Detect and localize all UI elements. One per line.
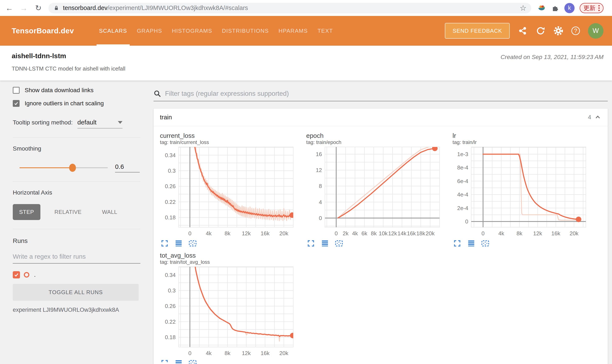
chart-title: epoch <box>306 132 442 139</box>
tab-histograms[interactable]: HISTOGRAMS <box>172 16 212 46</box>
expand-icon[interactable] <box>453 239 462 248</box>
svg-text:16k: 16k <box>407 230 416 237</box>
svg-text:8: 8 <box>319 183 322 189</box>
tag-filter-input[interactable] <box>165 90 608 97</box>
axis-option-step[interactable]: STEP <box>13 204 41 220</box>
axis-option-wall[interactable]: WALL <box>96 204 124 220</box>
show-download-links-row[interactable]: Show data download links <box>13 87 140 94</box>
svg-text:20k: 20k <box>279 350 289 356</box>
svg-text:18k: 18k <box>416 230 426 237</box>
refresh-icon[interactable] <box>536 26 545 36</box>
svg-text:0: 0 <box>335 230 338 237</box>
extension-fruit-icon[interactable] <box>537 4 546 13</box>
svg-text:12k: 12k <box>533 230 542 237</box>
smoothing-value-input[interactable] <box>115 163 140 172</box>
train-section-card: train 4 current_losstag: train/current_l… <box>153 108 608 364</box>
chart-plot[interactable]: 04k8k12k16k20k0.180.220.260.30.34 <box>160 146 296 238</box>
svg-text:0.26: 0.26 <box>165 303 176 309</box>
svg-text:8k: 8k <box>224 230 231 237</box>
svg-text:10k: 10k <box>379 230 388 237</box>
svg-text:0.34: 0.34 <box>165 272 176 278</box>
kebab-menu-icon <box>598 5 600 11</box>
chart-plot[interactable]: 02k4k6k8k10k12k14k16k18k20k0481216 <box>306 146 442 238</box>
chart-toolbar <box>160 239 296 248</box>
runs-filter-input[interactable] <box>13 253 140 263</box>
tab-scalars[interactable]: SCALARS <box>99 16 127 46</box>
send-feedback-button[interactable]: SEND FEEDBACK <box>445 23 510 39</box>
chart-title: tot_avg_loss <box>160 252 296 259</box>
svg-text:4: 4 <box>319 199 322 205</box>
svg-text:2k: 2k <box>343 230 348 237</box>
tooltip-sorting-value: default <box>77 119 97 126</box>
svg-text:0.34: 0.34 <box>165 152 176 158</box>
share-icon[interactable] <box>518 26 528 36</box>
train-section-header[interactable]: train 4 <box>153 108 608 126</box>
chart-plot[interactable]: 04k8k12k16k20k0.180.220.260.30.34 <box>160 265 296 358</box>
tab-text[interactable]: TEXT <box>318 16 333 46</box>
chart-title: current_loss <box>160 132 296 139</box>
expand-icon[interactable] <box>160 239 169 248</box>
checkbox-unchecked-icon[interactable] <box>13 87 20 94</box>
chrome-update-menu-button[interactable]: 更新 <box>580 3 603 13</box>
svg-text:16k: 16k <box>261 230 270 237</box>
svg-text:0.18: 0.18 <box>165 334 176 340</box>
browser-profile-avatar[interactable]: k <box>564 3 575 13</box>
back-icon[interactable]: ← <box>5 4 14 13</box>
log-scale-icon[interactable] <box>174 358 183 364</box>
chart-tag: tag: train/current_loss <box>160 139 296 145</box>
experiment-bar: aishell-tdnn-lstm TDNN-LSTM CTC model fo… <box>0 46 612 80</box>
puzzle-icon[interactable] <box>551 4 559 12</box>
svg-text:20k: 20k <box>279 230 289 237</box>
svg-text:14k: 14k <box>397 230 407 237</box>
checkbox-checked-icon[interactable] <box>13 100 20 107</box>
smoothing-label: Smoothing <box>13 145 140 152</box>
runs-label: Runs <box>13 237 140 245</box>
address-bar[interactable]: tensorboard.dev/experiment/LJI9MWUORLOw3… <box>48 3 531 13</box>
browser-chrome: ← → ↻ tensorboard.dev/experiment/LJI9MWU… <box>0 0 612 16</box>
chart-plot[interactable]: 04k8k12k16k20k02e-44e-46e-48e-41e-3 <box>453 146 589 238</box>
smoothing-slider[interactable] <box>20 167 108 168</box>
svg-text:8k: 8k <box>224 350 231 356</box>
experiment-created: Created on Sep 13, 2021, 11:59:23 AM <box>501 54 603 80</box>
gear-icon[interactable] <box>554 26 563 36</box>
axis-option-relative[interactable]: RELATIVE <box>48 204 88 220</box>
run-checkbox-checked-icon[interactable] <box>13 271 20 278</box>
help-icon[interactable]: ? <box>571 26 580 35</box>
toggle-all-runs-button[interactable]: TOGGLE ALL RUNS <box>13 284 139 301</box>
tab-hparams[interactable]: HPARAMS <box>278 16 308 46</box>
expand-icon[interactable] <box>160 358 169 364</box>
fit-domain-icon[interactable] <box>188 239 197 248</box>
svg-text:16k: 16k <box>551 230 560 237</box>
slider-fill <box>20 167 72 168</box>
chevron-up-icon[interactable] <box>594 114 601 121</box>
chart-title: lr <box>453 132 589 139</box>
run-name: . <box>34 272 36 278</box>
tab-graphs[interactable]: GRAPHS <box>137 16 162 46</box>
update-label: 更新 <box>584 4 595 12</box>
user-avatar[interactable]: W <box>588 23 603 39</box>
tooltip-sorting-select[interactable]: default <box>77 119 123 129</box>
app-logo: TensorBoard.dev <box>12 26 74 35</box>
log-scale-icon[interactable] <box>174 239 183 248</box>
experiment-title: aishell-tdnn-lstm <box>12 52 125 60</box>
run-list-item[interactable]: . <box>13 271 140 278</box>
log-scale-icon[interactable] <box>467 239 476 248</box>
reload-icon[interactable]: ↻ <box>34 4 42 13</box>
svg-text:6k: 6k <box>362 230 367 237</box>
svg-text:4k: 4k <box>498 230 504 237</box>
section-title: train <box>160 114 172 121</box>
checkbox-label: Ignore outliers in chart scaling <box>25 100 104 107</box>
log-scale-icon[interactable] <box>320 239 330 248</box>
svg-text:0: 0 <box>188 350 191 356</box>
svg-text:0.22: 0.22 <box>165 199 176 205</box>
run-color-swatch-icon <box>24 272 29 278</box>
fit-domain-icon[interactable] <box>334 239 344 248</box>
tab-distributions[interactable]: DISTRIBUTIONS <box>222 16 269 46</box>
fit-domain-icon[interactable] <box>481 239 490 248</box>
ignore-outliers-row[interactable]: Ignore outliers in chart scaling <box>13 100 140 107</box>
slider-thumb[interactable] <box>69 164 76 172</box>
expand-icon[interactable] <box>306 239 316 248</box>
star-icon[interactable]: ☆ <box>520 4 527 13</box>
svg-text:0.18: 0.18 <box>165 214 176 221</box>
fit-domain-icon[interactable] <box>188 358 197 364</box>
